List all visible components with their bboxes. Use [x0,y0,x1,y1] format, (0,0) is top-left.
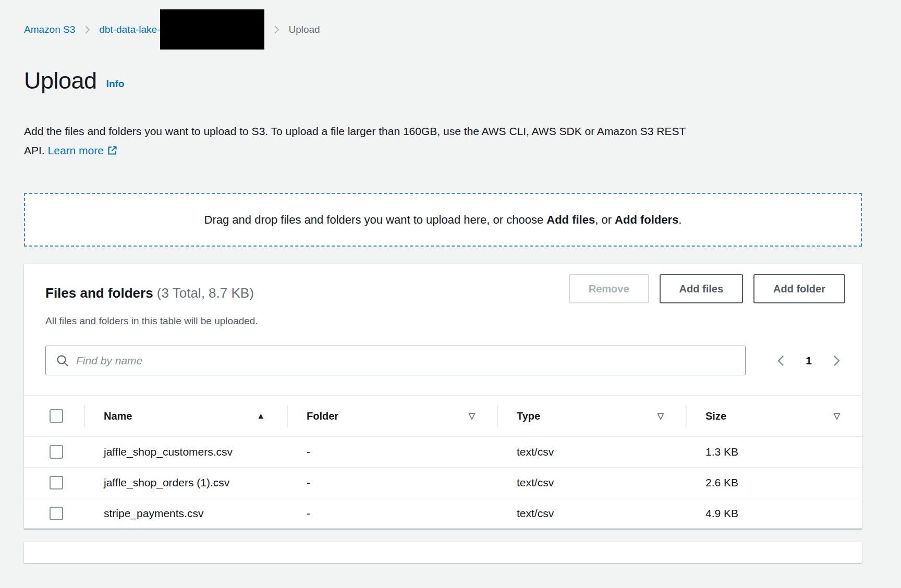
row-checkbox-cell [24,476,84,489]
cell-size: 4.9 KB [686,504,862,523]
chevron-right-icon [273,24,280,35]
panel-subtitle: All files and folders in this table will… [45,315,258,327]
external-link-icon [107,145,118,156]
column-header-size-label: Size [705,410,726,422]
page-title-row: Upload Info [24,67,901,94]
add-files-button[interactable]: Add files [660,274,743,303]
cell-type: text/csv [497,473,686,493]
column-header-folder[interactable]: Folder [287,396,497,436]
column-header-name[interactable]: Name [84,396,287,436]
remove-button[interactable]: Remove [569,274,649,303]
table-row: jaffle_shop_orders (1).csv - text/csv 2.… [24,468,862,498]
cell-name: stripe_payments.csv [84,504,287,523]
breadcrumb-bucket: dbt-data-lake- [99,9,264,50]
next-section-card [24,542,862,563]
sort-ascending-icon [257,412,265,420]
column-header-size[interactable]: Size [686,396,862,436]
intro-sentence: Add the files and folders you want to up… [24,125,686,156]
panel-count-summary: (3 Total, 8.7 KB) [157,285,254,301]
learn-more-label: Learn more [48,144,104,156]
learn-more-link[interactable]: Learn more [48,144,118,156]
table-row: stripe_payments.csv - text/csv 4.9 KB [24,498,862,529]
page-title: Upload [24,67,97,94]
cell-name: jaffle_shop_customers.csv [84,442,287,462]
table-header-row: Name Folder Type Size [24,395,862,437]
column-header-folder-label: Folder [307,410,338,422]
row-checkbox-cell [24,445,84,459]
row-checkbox[interactable] [50,507,63,520]
cell-type: text/csv [497,442,686,462]
dropzone-text: Drag and drop files and folders you want… [204,213,682,227]
cell-name: jaffle_shop_orders (1).csv [84,473,287,493]
cell-size: 1.3 KB [686,442,862,462]
files-table: Name Folder Type Size jaffle_shop_custom… [24,395,862,529]
table-row: jaffle_shop_customers.csv - text/csv 1.3… [24,437,862,468]
dropzone-add-files-label: Add files [546,213,595,226]
page-number[interactable]: 1 [803,354,814,367]
files-and-folders-panel: Files and folders (3 Total, 8.7 KB) All … [24,264,862,529]
select-all-checkbox[interactable] [50,409,63,423]
row-checkbox-cell [24,507,84,520]
file-name: jaffle_shop_orders (1).csv [104,473,229,493]
info-link[interactable]: Info [106,78,125,90]
breadcrumb: Amazon S3 dbt-data-lake- Upload [24,0,901,50]
add-folder-button[interactable]: Add folder [753,274,845,303]
cell-type: text/csv [497,504,686,523]
search-input[interactable] [76,346,745,375]
cell-size: 2.6 KB [686,473,862,493]
dropzone-text-middle: , or [595,213,615,226]
search-icon [55,353,70,368]
breadcrumb-amazon-s3-link[interactable]: Amazon S3 [24,24,75,35]
dropzone-text-prefix: Drag and drop files and folders you want… [204,213,547,226]
table-header-checkbox-cell [24,396,84,436]
breadcrumb-current: Upload [288,24,320,35]
panel-title-label: Files and folders [45,285,153,301]
file-name: jaffle_shop_customers.csv [104,442,233,462]
panel-header-titles: Files and folders (3 Total, 8.7 KB) All … [45,274,258,327]
cell-folder: - [287,504,497,523]
dropzone-add-folders-label: Add folders [615,213,678,226]
column-header-type-label: Type [517,410,540,422]
file-name: stripe_payments.csv [104,504,203,523]
drag-and-drop-zone[interactable]: Drag and drop files and folders you want… [24,193,862,247]
sort-down-icon [469,412,475,420]
column-header-type[interactable]: Type [497,396,686,436]
column-header-name-label: Name [104,410,132,422]
panel-actions: Remove Add files Add folder [569,274,845,303]
sort-down-icon [834,412,840,420]
row-checkbox[interactable] [50,445,63,459]
dropzone-text-suffix: . [678,213,681,226]
chevron-right-icon [83,24,91,35]
redacted-bucket-name [160,9,264,50]
previous-page-button[interactable] [772,351,790,371]
cell-folder: - [287,473,497,493]
panel-title: Files and folders (3 Total, 8.7 KB) [45,285,258,301]
intro-text: Add the files and folders you want to up… [24,121,686,160]
breadcrumb-bucket-link[interactable]: dbt-data-lake- [99,24,160,35]
next-page-button[interactable] [827,351,845,371]
cell-folder: - [287,442,497,462]
row-checkbox[interactable] [50,476,63,489]
search-box [45,346,746,375]
panel-header: Files and folders (3 Total, 8.7 KB) All … [24,264,862,327]
sort-down-icon [658,412,664,420]
filter-row: 1 [24,327,862,375]
pagination: 1 [772,351,845,371]
